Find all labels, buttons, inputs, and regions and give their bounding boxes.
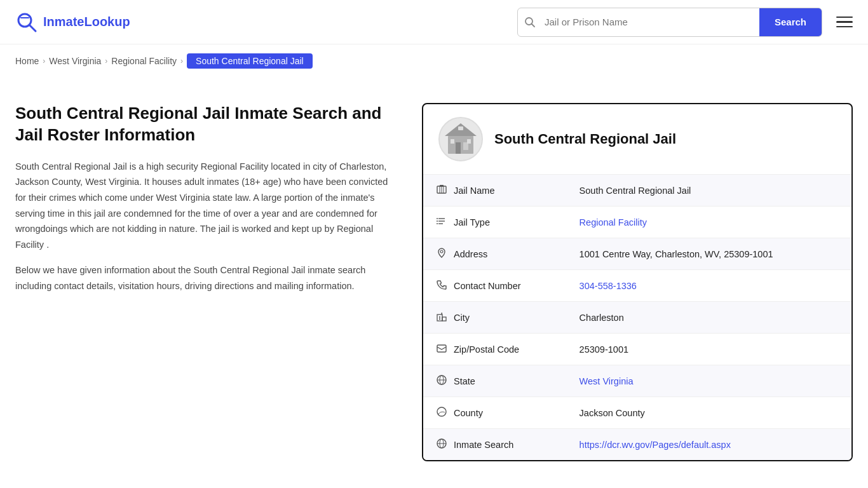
breadcrumb-current: South Central Regional Jail [187, 53, 313, 69]
search-button[interactable]: Search [759, 8, 822, 36]
svg-rect-10 [451, 139, 454, 144]
svg-rect-16 [440, 185, 444, 187]
facility-card: South Central Regional Jail Jail NameSou… [422, 103, 853, 461]
table-row: Contact Number304-558-1336 [423, 270, 851, 302]
table-row: Jail TypeRegional Facility [423, 207, 851, 238]
row-value: Jackson County [567, 397, 851, 429]
row-label: County [454, 408, 483, 418]
label-cell: Jail Name [423, 175, 567, 207]
page-title: South Central Regional Jail Inmate Searc… [15, 103, 397, 146]
main-content: South Central Regional Jail Inmate Searc… [0, 78, 868, 487]
table-row: Address1001 Centre Way, Charleston, WV, … [423, 238, 851, 270]
value-cell[interactable]: https://dcr.wv.gov/Pages/default.aspx [567, 429, 851, 461]
globe-icon [436, 374, 447, 388]
label-cell: Contact Number [423, 270, 567, 302]
value-cell[interactable]: Regional Facility [567, 207, 851, 238]
svg-rect-28 [442, 313, 443, 315]
svg-point-22 [437, 223, 438, 224]
svg-point-20 [437, 218, 438, 219]
search-globe-icon [436, 438, 447, 451]
breadcrumb-home[interactable]: Home [15, 56, 39, 66]
search-wrapper: Search [517, 8, 822, 37]
row-link[interactable]: https://dcr.wv.gov/Pages/default.aspx [580, 440, 731, 450]
row-value: South Central Regional Jail [567, 175, 851, 207]
row-link[interactable]: 304-558-1336 [580, 281, 637, 291]
label-cell: Jail Type [423, 207, 567, 238]
site-logo[interactable]: InmateLookup [15, 11, 130, 34]
info-table: Jail NameSouth Central Regional JailJail… [423, 175, 851, 460]
svg-point-21 [437, 220, 438, 222]
description-paragraph-1: South Central Regional Jail is a high se… [15, 159, 397, 253]
hamburger-line-1 [836, 17, 853, 18]
chevron-icon-1: › [43, 57, 45, 65]
label-cell: County [423, 397, 567, 429]
svg-point-23 [440, 250, 443, 253]
table-row: CityCharleston [423, 302, 851, 334]
table-row: Zip/Postal Code25309-1001 [423, 334, 851, 365]
value-cell[interactable]: 304-558-1336 [567, 270, 851, 302]
svg-rect-2 [20, 17, 29, 18]
card-header: South Central Regional Jail [423, 104, 851, 175]
breadcrumb-facility-type[interactable]: Regional Facility [111, 56, 177, 66]
table-row: CountyJackson County [423, 397, 851, 429]
location-icon [436, 247, 447, 261]
row-value: 25309-1001 [567, 334, 851, 365]
chevron-icon-2: › [105, 57, 107, 65]
breadcrumb-state[interactable]: West Virginia [49, 56, 101, 66]
row-label: Inmate Search [454, 440, 513, 450]
row-link[interactable]: Regional Facility [580, 217, 647, 227]
row-link[interactable]: West Virginia [580, 376, 634, 386]
svg-rect-11 [467, 139, 471, 144]
row-label: Jail Name [454, 186, 494, 196]
svg-rect-29 [437, 345, 446, 352]
svg-rect-27 [439, 318, 440, 320]
row-label: Zip/Postal Code [454, 344, 519, 355]
search-icon [518, 17, 542, 28]
facility-building-icon [442, 120, 480, 158]
svg-rect-9 [458, 126, 463, 130]
logo-text: InmateLookup [43, 15, 130, 29]
row-label: Jail Type [454, 217, 490, 227]
label-cell: Address [423, 238, 567, 270]
table-row: Jail NameSouth Central Regional Jail [423, 175, 851, 207]
hamburger-line-2 [836, 21, 853, 23]
svg-rect-25 [442, 317, 446, 321]
svg-line-4 [532, 24, 535, 27]
label-cell: Inmate Search [423, 429, 567, 461]
table-row: Inmate Searchhttps://dcr.wv.gov/Pages/de… [423, 429, 851, 461]
row-label: Address [454, 249, 487, 259]
row-label: State [454, 376, 475, 386]
jail-icon [436, 184, 447, 197]
facility-avatar [438, 117, 483, 161]
row-value: Charleston [567, 302, 851, 334]
logo-icon [15, 11, 38, 34]
value-cell[interactable]: West Virginia [567, 365, 851, 397]
list-icon [436, 215, 447, 229]
svg-rect-6 [456, 142, 461, 154]
label-cell: Zip/Postal Code [423, 334, 567, 365]
search-area: Search [517, 8, 822, 37]
site-header: InmateLookup Search [0, 0, 868, 44]
table-row: StateWest Virginia [423, 365, 851, 397]
svg-rect-26 [439, 316, 440, 318]
county-icon [436, 406, 447, 419]
menu-button[interactable] [836, 17, 853, 28]
row-label: Contact Number [454, 281, 521, 291]
card-facility-name: South Central Regional Jail [494, 131, 676, 147]
search-input[interactable] [542, 10, 759, 34]
row-label: City [454, 313, 470, 323]
hamburger-line-3 [836, 26, 853, 28]
breadcrumb: Home › West Virginia › Regional Facility… [0, 44, 868, 78]
phone-icon [436, 279, 447, 292]
left-panel: South Central Regional Jail Inmate Searc… [15, 103, 422, 461]
zip-icon [436, 342, 447, 356]
label-cell: City [423, 302, 567, 334]
city-icon [436, 311, 447, 324]
svg-line-1 [29, 25, 36, 31]
description-paragraph-2: Below we have given information about th… [15, 262, 397, 294]
row-value: 1001 Centre Way, Charleston, WV, 25309-1… [567, 238, 851, 270]
chevron-icon-3: › [180, 57, 183, 65]
label-cell: State [423, 365, 567, 397]
